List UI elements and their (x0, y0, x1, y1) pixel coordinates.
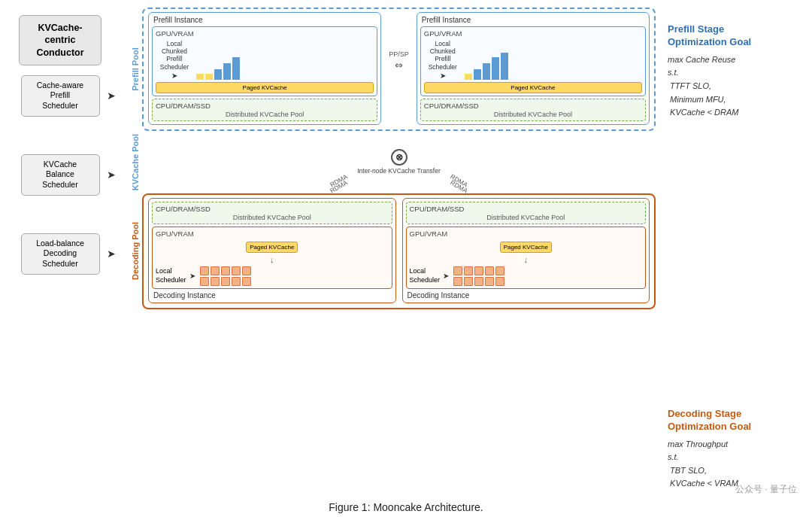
batch-cell-1-3-0 (485, 266, 494, 275)
batch-cell-1-4-1 (495, 277, 504, 286)
decoding-dist-label-0: Distributed KVCache Pool (156, 214, 389, 221)
conductor-title: KVCache-centricConductor (36, 23, 83, 58)
prefill-pool: Prefill Instance GPU/VRAM LocalChunkedPr… (142, 8, 656, 131)
decoding-instance-1-label: Decoding Instance (406, 291, 647, 300)
bar-1-4 (501, 53, 508, 80)
batch-bars-0 (200, 266, 251, 286)
prefill-cpu-label-1: CPU/DRAM/SSD (424, 102, 642, 110)
decoding-gpu-box-1: GPU/VRAM Paged KVCache ↓ Local Scheduler (406, 227, 647, 289)
bar-1-1 (474, 69, 481, 80)
diagram-area: KVCache-centricConductor Cache-awarePref… (11, 8, 801, 495)
arrow-right-1: ➤ (107, 168, 116, 181)
bar-0-3 (223, 63, 231, 80)
batch-col-0-2 (221, 266, 230, 286)
chunked-arrow-1: ➤ (440, 71, 446, 80)
local-sched-text-1: Local (410, 267, 441, 276)
chunked-arrow-0: ➤ (171, 71, 177, 80)
batch-bars-1 (453, 266, 504, 286)
batch-col-0-1 (211, 266, 220, 286)
batch-cell-0-1-1 (211, 277, 220, 286)
local-sched-0: Local Scheduler ➤ (156, 266, 389, 286)
paged-kvcache-dec-1: Paged KVCache (500, 242, 552, 253)
decoding-instance-1: CPU/DRAM/SSD Distributed KVCache Pool GP… (402, 198, 650, 303)
local-sched-arrow-0: ➤ (189, 272, 195, 280)
prefill-dist-label-1: Distributed KVCache Pool (424, 111, 642, 118)
batch-col-0-4 (242, 266, 251, 286)
figure-caption-text: Figure 1: Mooncake Architecture. (329, 501, 483, 513)
prefill-goal-section: Prefill StageOptimization Goal max Cache… (662, 19, 801, 124)
chunked-box-0: LocalChunkedPrefillScheduler ➤ (156, 40, 193, 80)
bar-0-2 (214, 69, 222, 80)
prefill-pool-label: Prefill Pool (129, 8, 142, 131)
paged-kvcache-badge-0: Paged KVCache (156, 82, 374, 93)
paged-dec-0: Paged KVCache (156, 240, 389, 253)
batch-cell-0-2-1 (221, 277, 230, 286)
batch-cell-1-2-0 (474, 266, 483, 275)
pp-sp-label: PP/SP (389, 50, 409, 58)
scheduler-label-0: Cache-awarePrefillScheduler (37, 81, 83, 110)
chunked-label-0: LocalChunkedPrefillScheduler (156, 40, 193, 71)
paged-kvcache-badge-1: Paged KVCache (424, 82, 642, 93)
prefill-cpu-box-1: CPU/DRAM/SSD Distributed KVCache Pool (420, 99, 646, 121)
prefill-instances: Prefill Instance GPU/VRAM LocalChunkedPr… (148, 12, 650, 125)
prefill-gpu-label-0: GPU/VRAM (156, 29, 374, 38)
chunked-label-1: LocalChunkedPrefillScheduler (424, 40, 462, 71)
batch-cell-1-1-1 (464, 277, 473, 286)
batch-col-1-3 (485, 266, 494, 286)
decoding-instance-0: CPU/DRAM/SSD Distributed KVCache Pool GP… (148, 198, 396, 303)
batch-col-0-3 (232, 266, 241, 286)
batch-cell-0-3-1 (232, 277, 241, 286)
prefill-instance-0: Prefill Instance GPU/VRAM LocalChunkedPr… (148, 12, 381, 125)
bar-0-0 (196, 74, 204, 80)
transfer-row: RDMA RDMA ⊗ Inter-node KVCache Transfer … (142, 134, 656, 190)
prefill-gpu-label-1: GPU/VRAM (424, 29, 642, 38)
scheduler-items: Cache-awarePrefillScheduler ➤ KVCacheBal… (21, 75, 100, 275)
prefill-gpu-box-0: GPU/VRAM LocalChunkedPrefillScheduler ➤ (152, 26, 377, 96)
scheduler-label-1: KVCacheBalanceScheduler (42, 160, 77, 189)
prefill-instance-1: Prefill Instance GPU/VRAM LocalChunkedPr… (417, 12, 650, 125)
batch-cell-1-0-0 (453, 266, 462, 275)
bar-1-0 (465, 74, 472, 80)
batch-cell-0-0-0 (200, 266, 209, 275)
decoding-cpu-box-0: CPU/DRAM/SSD Distributed KVCache Pool (152, 202, 392, 224)
prefill-dist-label-0: Distributed KVCache Pool (156, 111, 374, 118)
decoding-instances: CPU/DRAM/SSD Distributed KVCache Pool GP… (148, 198, 650, 303)
bar-0-4 (232, 57, 240, 80)
decoding-instance-0-label: Decoding Instance (152, 291, 392, 300)
center-diagram: Prefill Pool Prefill Instance GPU/VRAM L… (115, 8, 656, 495)
decoding-cpu-label-1: CPU/DRAM/SSD (410, 205, 643, 213)
kvcache-pool-label: KVCache Pool (129, 134, 142, 190)
watermark-text: 公众号 · 量子位 (735, 484, 797, 494)
prefill-cpu-box-0: CPU/DRAM/SSD Distributed KVCache Pool (152, 99, 377, 121)
decoding-goal-section: Decoding StageOptimization Goal max Thro… (662, 385, 801, 495)
decoding-cpu-label-0: CPU/DRAM/SSD (156, 205, 389, 213)
decoding-pool-wrapper: Decoding Pool CPU/DRAM/SSD Distributed K… (129, 193, 656, 309)
decoding-dist-label-1: Distributed KVCache Pool (410, 214, 643, 221)
batch-col-1-4 (495, 266, 504, 286)
arrow-right-2: ➤ (107, 247, 116, 260)
prefill-gpu-box-1: GPU/VRAM LocalChunkedPrefillScheduler ➤ (420, 26, 646, 96)
down-arrow-dec-0: ↓ (156, 255, 389, 264)
decoding-cpu-box-1: CPU/DRAM/SSD Distributed KVCache Pool (406, 202, 647, 224)
pp-sp-arrow: ⇔ (395, 59, 403, 71)
transfer-label: Inter-node KVCache Transfer (357, 167, 441, 175)
local-sched-arrow-1: ➤ (443, 272, 449, 280)
prefill-pool-wrapper: Prefill Pool Prefill Instance GPU/VRAM L… (129, 8, 656, 131)
left-transfer-side: RDMA RDMA (142, 134, 351, 190)
prefill-goal-title: Prefill StageOptimization Goal (668, 23, 795, 49)
kvcache-transfer-wrapper: KVCache Pool RDMA RDMA ⊗ Inter-node KVCa… (129, 134, 656, 190)
figure-caption: Figure 1: Mooncake Architecture. (329, 498, 483, 513)
batch-col-1-0 (453, 266, 462, 286)
batch-cell-0-0-1 (200, 277, 209, 286)
local-sched-text-0: Local (156, 267, 186, 276)
local-sched-text-1b: Scheduler (410, 276, 441, 285)
transfer-circle: ⊗ (391, 149, 408, 166)
decoding-pool: CPU/DRAM/SSD Distributed KVCache Pool GP… (142, 193, 656, 309)
decoding-pool-label: Decoding Pool (129, 193, 142, 309)
batch-cell-0-3-0 (232, 266, 241, 275)
bar-chart-0 (196, 51, 240, 80)
prefill-instance-1-label: Prefill Instance (420, 16, 646, 24)
left-panel: KVCache-centricConductor Cache-awarePref… (11, 8, 109, 495)
decoding-gpu-label-1: GPU/VRAM (410, 230, 643, 238)
batch-cell-0-2-0 (221, 266, 230, 275)
